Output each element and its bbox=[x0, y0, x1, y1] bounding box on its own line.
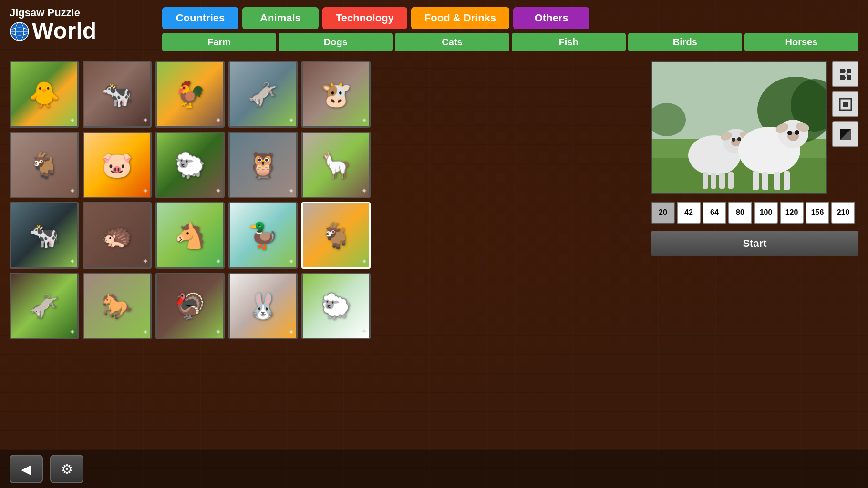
tab-others[interactable]: Others bbox=[513, 7, 589, 29]
thumb-14-icon: ✦ bbox=[288, 256, 294, 265]
svg-point-26 bbox=[787, 131, 792, 135]
main-nav-row: Countries Animals Technology Food & Drin… bbox=[162, 7, 858, 29]
thumb-18-image: 🦃 bbox=[157, 274, 223, 338]
thumb-14-image: 🦆 bbox=[230, 203, 296, 267]
puzzle-mode-btn[interactable] bbox=[832, 61, 858, 87]
thumb-4-image: 🫏 bbox=[230, 62, 296, 126]
square-mode-btn[interactable] bbox=[832, 91, 858, 117]
tab-technology[interactable]: Technology bbox=[322, 7, 407, 29]
black-mode-btn[interactable] bbox=[832, 121, 858, 147]
thumb-5-icon: ✦ bbox=[361, 115, 367, 124]
puzzle-thumb-3[interactable]: 🐓 ✦ bbox=[155, 61, 225, 128]
svg-rect-29 bbox=[762, 172, 768, 190]
thumb-12-icon: ✦ bbox=[142, 256, 148, 265]
svg-rect-19 bbox=[719, 173, 725, 189]
thumb-5-image: 🐮 bbox=[303, 62, 369, 126]
piece-btn-80[interactable]: 80 bbox=[728, 202, 752, 224]
puzzle-thumb-2[interactable]: 🐄 ✦ bbox=[83, 61, 152, 128]
thumb-7-icon: ✦ bbox=[142, 186, 148, 195]
side-controls bbox=[832, 61, 858, 194]
svg-rect-34 bbox=[840, 75, 845, 80]
thumb-18-icon: ✦ bbox=[215, 327, 221, 336]
puzzle-thumb-12[interactable]: 🦔 ✦ bbox=[83, 202, 152, 269]
thumb-7-image: 🐷 bbox=[84, 133, 150, 197]
puzzle-thumb-14[interactable]: 🦆 ✦ bbox=[228, 202, 298, 269]
thumb-17-image: 🐎 bbox=[84, 274, 150, 338]
puzzle-thumb-1[interactable]: 🐥 ✦ bbox=[10, 61, 79, 128]
piece-btn-120[interactable]: 120 bbox=[780, 202, 804, 224]
piece-btn-42[interactable]: 42 bbox=[677, 202, 701, 224]
thumb-11-image: 🐄 bbox=[11, 203, 77, 267]
svg-rect-35 bbox=[847, 75, 851, 80]
puzzle-thumb-11[interactable]: 🐄 ✦ bbox=[10, 202, 79, 269]
puzzle-thumb-4[interactable]: 🫏 ✦ bbox=[228, 61, 298, 128]
thumb-9-icon: ✦ bbox=[288, 186, 294, 195]
black-icon bbox=[839, 128, 852, 141]
svg-point-15 bbox=[732, 138, 735, 142]
tab-food[interactable]: Food & Drinks bbox=[411, 7, 509, 29]
thumb-11-icon: ✦ bbox=[69, 256, 75, 265]
puzzle-thumb-10[interactable]: 🦙 ✦ bbox=[301, 132, 371, 198]
preview-svg bbox=[652, 62, 827, 194]
puzzle-thumb-18[interactable]: 🦃 ✦ bbox=[155, 273, 225, 339]
puzzle-thumb-9[interactable]: 🦉 ✦ bbox=[228, 132, 298, 198]
piece-btn-20[interactable]: 20 bbox=[651, 202, 675, 224]
header: Jigsaw Puzzle World Countries Animals Te… bbox=[0, 0, 868, 51]
thumb-1-image: 🐥 bbox=[11, 62, 77, 126]
tab-dogs[interactable]: Dogs bbox=[279, 33, 393, 51]
thumb-15-image: 🐐 bbox=[303, 203, 369, 267]
thumb-6-icon: ✦ bbox=[69, 186, 75, 195]
thumb-2-icon: ✦ bbox=[142, 115, 148, 124]
tab-horses[interactable]: Horses bbox=[744, 33, 858, 51]
thumb-6-image: 🐐 bbox=[11, 133, 77, 197]
piece-btn-210[interactable]: 210 bbox=[831, 202, 855, 224]
puzzle-grid: 🐥 ✦ 🐄 ✦ 🐓 ✦ 🫏 ✦ 🐮 ✦ 🐐 ✦ bbox=[10, 61, 371, 339]
bottom-bar: ◀ ⚙ bbox=[0, 450, 868, 488]
tab-birds[interactable]: Birds bbox=[628, 33, 742, 51]
svg-rect-20 bbox=[728, 172, 734, 189]
thumb-12-image: 🦔 bbox=[84, 203, 150, 267]
puzzle-thumb-20[interactable]: 🐑 ✦ bbox=[301, 273, 371, 339]
svg-rect-30 bbox=[774, 172, 780, 190]
svg-rect-33 bbox=[847, 69, 851, 73]
back-button[interactable]: ◀ bbox=[10, 455, 43, 483]
right-panel: 20 42 64 80 100 120 156 210 Start bbox=[651, 61, 858, 339]
tab-countries[interactable]: Countries bbox=[162, 7, 238, 29]
start-button[interactable]: Start bbox=[651, 231, 858, 256]
preview-area bbox=[651, 61, 858, 194]
thumb-17-icon: ✦ bbox=[142, 327, 148, 336]
puzzle-thumb-8[interactable]: 🐑 ✦ bbox=[155, 132, 225, 198]
svg-point-27 bbox=[795, 130, 799, 135]
piece-btn-156[interactable]: 156 bbox=[806, 202, 829, 224]
puzzle-thumb-15[interactable]: 🐐 ✦ bbox=[301, 202, 371, 269]
app-container: Jigsaw Puzzle World Countries Animals Te… bbox=[0, 0, 868, 488]
settings-button[interactable]: ⚙ bbox=[50, 455, 83, 483]
preview-image bbox=[651, 61, 827, 194]
puzzle-thumb-6[interactable]: 🐐 ✦ bbox=[10, 132, 79, 198]
square-icon bbox=[839, 98, 852, 111]
thumb-1-icon: ✦ bbox=[69, 115, 75, 124]
tab-cats[interactable]: Cats bbox=[395, 33, 509, 51]
tab-farm[interactable]: Farm bbox=[162, 33, 276, 51]
puzzle-thumb-13[interactable]: 🐴 ✦ bbox=[155, 202, 225, 269]
thumb-19-icon: ✦ bbox=[288, 327, 294, 336]
puzzle-thumb-19[interactable]: 🐰 ✦ bbox=[228, 273, 298, 339]
puzzle-thumb-16[interactable]: 🫏 ✦ bbox=[10, 273, 79, 339]
svg-rect-18 bbox=[711, 173, 716, 189]
piece-btn-64[interactable]: 64 bbox=[703, 202, 726, 224]
svg-point-16 bbox=[737, 137, 741, 141]
puzzle-icon bbox=[838, 67, 853, 81]
thumb-19-image: 🐰 bbox=[230, 274, 296, 338]
tab-fish[interactable]: Fish bbox=[512, 33, 626, 51]
puzzle-thumb-7[interactable]: 🐷 ✦ bbox=[83, 132, 152, 198]
thumb-15-icon: ✦ bbox=[361, 256, 367, 265]
puzzle-thumb-17[interactable]: 🐎 ✦ bbox=[83, 273, 152, 339]
tab-animals[interactable]: Animals bbox=[242, 7, 319, 29]
svg-rect-31 bbox=[784, 171, 790, 190]
thumb-3-image: 🐓 bbox=[157, 62, 223, 126]
thumb-8-icon: ✦ bbox=[215, 186, 221, 195]
piece-btn-100[interactable]: 100 bbox=[754, 202, 778, 224]
svg-rect-28 bbox=[753, 171, 759, 190]
nav-area: Countries Animals Technology Food & Drin… bbox=[162, 7, 858, 51]
puzzle-thumb-5[interactable]: 🐮 ✦ bbox=[301, 61, 371, 128]
